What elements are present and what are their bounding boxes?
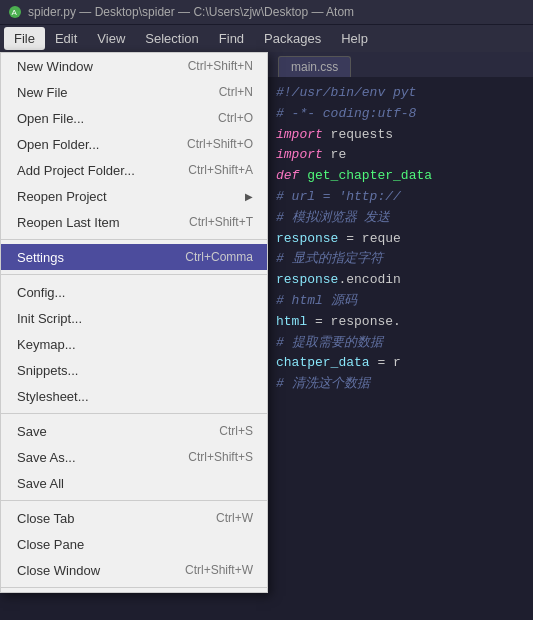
code-line: # -*- coding:utf-8	[276, 104, 525, 125]
menu-bar: FileEditViewSelectionFindPackagesHelp	[0, 24, 533, 52]
menu-item-shortcut: Ctrl+Shift+T	[189, 215, 253, 229]
menu-item-save-all[interactable]: Save All	[1, 470, 267, 496]
menu-item-shortcut: Ctrl+Shift+S	[188, 450, 253, 464]
menu-item-open-folder---[interactable]: Open Folder...Ctrl+Shift+O	[1, 131, 267, 157]
menu-item-label: Save All	[17, 476, 64, 491]
code-tab[interactable]: main.css	[278, 56, 351, 77]
menu-bar-item-edit[interactable]: Edit	[45, 27, 87, 50]
menu-item-label: New Window	[17, 59, 93, 74]
code-tab-bar: main.css	[268, 52, 533, 77]
code-line: import requests	[276, 125, 525, 146]
menu-divider	[1, 239, 267, 240]
menu-item-reopen-project[interactable]: Reopen Project▶	[1, 183, 267, 209]
menu-item-label: Reopen Project	[17, 189, 107, 204]
menu-item-keymap---[interactable]: Keymap...	[1, 331, 267, 357]
menu-item-label: New File	[17, 85, 68, 100]
menu-item-close-tab[interactable]: Close TabCtrl+W	[1, 505, 267, 531]
title-bar: A spider.py — Desktop\spider — C:\Users\…	[0, 0, 533, 24]
title-text: spider.py — Desktop\spider — C:\Users\zj…	[28, 5, 354, 19]
menu-item-save[interactable]: SaveCtrl+S	[1, 418, 267, 444]
menu-item-label: Snippets...	[17, 363, 78, 378]
code-area: main.css #!/usr/bin/env pyt# -*- coding:…	[268, 52, 533, 620]
menu-item-save-as---[interactable]: Save As...Ctrl+Shift+S	[1, 444, 267, 470]
code-line: # 显式的指定字符	[276, 249, 525, 270]
menu-item-label: Init Script...	[17, 311, 82, 326]
code-line: import re	[276, 145, 525, 166]
menu-item-new-window[interactable]: New WindowCtrl+Shift+N	[1, 53, 267, 79]
file-menu-dropdown: New WindowCtrl+Shift+NNew FileCtrl+NOpen…	[0, 52, 268, 593]
menu-item-shortcut: Ctrl+Shift+W	[185, 563, 253, 577]
code-line: # 提取需要的数据	[276, 333, 525, 354]
menu-item-shortcut: Ctrl+Shift+O	[187, 137, 253, 151]
code-content: #!/usr/bin/env pyt# -*- coding:utf-8impo…	[268, 77, 533, 401]
menu-item-init-script---[interactable]: Init Script...	[1, 305, 267, 331]
menu-item-label: Keymap...	[17, 337, 76, 352]
menu-item-new-file[interactable]: New FileCtrl+N	[1, 79, 267, 105]
menu-item-arrow: ▶	[245, 191, 253, 202]
menu-item-label: Stylesheet...	[17, 389, 89, 404]
menu-divider	[1, 413, 267, 414]
menu-item-shortcut: Ctrl+Shift+A	[188, 163, 253, 177]
menu-item-shortcut: Ctrl+N	[219, 85, 253, 99]
menu-item-label: Open Folder...	[17, 137, 99, 152]
menu-item-label: Close Window	[17, 563, 100, 578]
menu-item-add-project-folder---[interactable]: Add Project Folder...Ctrl+Shift+A	[1, 157, 267, 183]
menu-bar-item-find[interactable]: Find	[209, 27, 254, 50]
menu-bar-item-file[interactable]: File	[4, 27, 45, 50]
main-layout: New WindowCtrl+Shift+NNew FileCtrl+NOpen…	[0, 52, 533, 620]
menu-item-label: Settings	[17, 250, 64, 265]
menu-item-close-pane[interactable]: Close Pane	[1, 531, 267, 557]
menu-item-stylesheet---[interactable]: Stylesheet...	[1, 383, 267, 409]
svg-text:A: A	[12, 8, 18, 17]
menu-item-snippets---[interactable]: Snippets...	[1, 357, 267, 383]
menu-divider	[1, 500, 267, 501]
menu-divider	[1, 274, 267, 275]
menu-item-label: Add Project Folder...	[17, 163, 135, 178]
menu-item-shortcut: Ctrl+W	[216, 511, 253, 525]
menu-item-shortcut: Ctrl+S	[219, 424, 253, 438]
menu-item-label: Save As...	[17, 450, 76, 465]
menu-bar-item-selection[interactable]: Selection	[135, 27, 208, 50]
menu-item-shortcut: Ctrl+O	[218, 111, 253, 125]
code-line: html = response.	[276, 312, 525, 333]
menu-item-label: Close Pane	[17, 537, 84, 552]
menu-bar-item-view[interactable]: View	[87, 27, 135, 50]
menu-item-open-file---[interactable]: Open File...Ctrl+O	[1, 105, 267, 131]
code-line: # html 源码	[276, 291, 525, 312]
code-line: # 清洗这个数据	[276, 374, 525, 395]
code-line: # 模拟浏览器 发送	[276, 208, 525, 229]
menu-item-config---[interactable]: Config...	[1, 279, 267, 305]
menu-divider	[1, 587, 267, 588]
app-icon: A	[8, 5, 22, 19]
menu-item-shortcut: Ctrl+Shift+N	[188, 59, 253, 73]
code-line: #!/usr/bin/env pyt	[276, 83, 525, 104]
menu-item-close-window[interactable]: Close WindowCtrl+Shift+W	[1, 557, 267, 583]
menu-item-settings[interactable]: SettingsCtrl+Comma	[1, 244, 267, 270]
menu-item-label: Close Tab	[17, 511, 75, 526]
code-line: chatper_data = r	[276, 353, 525, 374]
menu-item-label: Config...	[17, 285, 65, 300]
menu-item-label: Save	[17, 424, 47, 439]
code-line: response.encodin	[276, 270, 525, 291]
menu-item-label: Open File...	[17, 111, 84, 126]
menu-bar-item-packages[interactable]: Packages	[254, 27, 331, 50]
code-line: response = reque	[276, 229, 525, 250]
menu-item-shortcut: Ctrl+Comma	[185, 250, 253, 264]
code-line: # url = 'http://	[276, 187, 525, 208]
code-line: def get_chapter_data	[276, 166, 525, 187]
menu-item-label: Reopen Last Item	[17, 215, 120, 230]
menu-bar-item-help[interactable]: Help	[331, 27, 378, 50]
menu-item-reopen-last-item[interactable]: Reopen Last ItemCtrl+Shift+T	[1, 209, 267, 235]
